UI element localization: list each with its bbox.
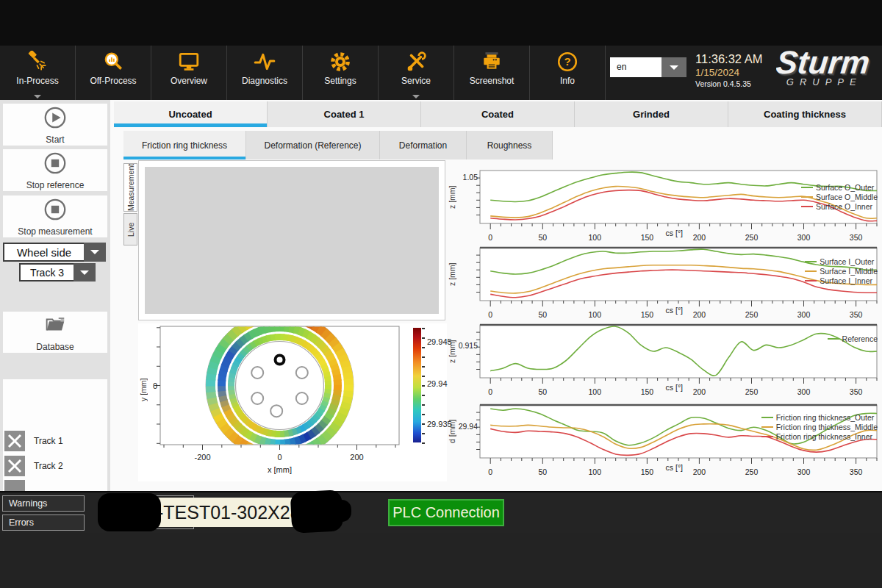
button-label: Start <box>46 135 64 145</box>
app-window: In-ProcessOff-ProcessOverviewDiagnostics… <box>0 0 882 588</box>
svg-text:300: 300 <box>797 233 811 242</box>
x-checkbox-icon[interactable] <box>4 456 25 476</box>
gear-icon <box>329 50 352 74</box>
toolbar-item-label: In-Process <box>16 76 58 86</box>
tab-coated[interactable]: Coated <box>421 101 575 127</box>
subtab-roughness[interactable]: Roughness <box>467 131 553 159</box>
legend-item: Friction ring thickness_Outer <box>761 412 878 422</box>
svg-text:0: 0 <box>488 387 492 396</box>
chart-legend: Friction ring thickness_OuterFriction ri… <box>761 412 878 441</box>
dropdown-value[interactable]: Wheel side <box>3 243 84 262</box>
chevron-down-icon <box>670 65 678 70</box>
subtab-deformation-reference[interactable]: Deformation (Reference) <box>246 131 380 159</box>
subtab-deformation[interactable]: Deformation <box>380 131 467 159</box>
legend-item: Surface O_Inner <box>801 201 878 211</box>
language-dropdown-button[interactable] <box>662 57 686 77</box>
button-label: Stop reference <box>26 180 85 190</box>
stop-reference-button[interactable]: Stop reference <box>3 149 107 191</box>
profile-charts: z [mm]1.05050100150200250300350cs [°]Sur… <box>447 163 882 491</box>
legend-label: Surface O_Middle <box>816 193 878 201</box>
start-button[interactable]: Start <box>3 104 107 146</box>
colorbar-tick <box>422 385 425 387</box>
dropdown-track-3[interactable]: Track 3 <box>19 263 96 282</box>
legend-label: Reference <box>842 334 878 343</box>
track-checkbox-row-2[interactable]: Track 2 <box>4 456 63 476</box>
heatmap-plot: -2000200x [mm]0 <box>151 325 405 478</box>
legend-item: Surface O_Outer <box>801 182 878 192</box>
svg-text:cs [°]: cs [°] <box>666 463 684 472</box>
legend-item: Surface I_Outer <box>805 257 878 266</box>
stop-measurement-button[interactable]: Stop measurement <box>3 196 107 237</box>
dropdown-button[interactable] <box>84 243 106 262</box>
sturm-logo: Sturm GRUPPE <box>776 46 882 101</box>
svg-text:100: 100 <box>589 310 602 319</box>
chart-friction-ring-thickness: d [mm]29.94050100150200250300350cs [°]Fr… <box>447 404 882 477</box>
x-checkbox-icon[interactable] <box>4 480 25 491</box>
svg-text:200: 200 <box>350 453 363 462</box>
track-checkbox-row-1[interactable]: Track 1 <box>4 431 63 451</box>
legend-label: Surface O_Inner <box>816 202 872 211</box>
svg-text:200: 200 <box>693 310 706 319</box>
magnifier-chart-icon <box>101 50 125 74</box>
thickness-heatmap-panel: y [mm] -2000200x [mm]0 29.945 29.94 29.9… <box>138 323 447 481</box>
dropdown-value[interactable]: Track 3 <box>19 263 74 282</box>
legend-swatch <box>761 417 773 418</box>
button-label: Stop measurement <box>18 226 92 237</box>
svg-text:250: 250 <box>745 387 759 396</box>
colorbar-tick <box>422 442 425 444</box>
svg-text:0: 0 <box>488 233 492 242</box>
x-checkbox-icon[interactable] <box>4 431 25 451</box>
chart-reference: z [mm]0.915050100150200250300350cs [°]Re… <box>447 323 882 397</box>
tab-label: Uncoated <box>168 109 212 120</box>
legend-swatch <box>801 187 813 188</box>
svg-text:50: 50 <box>538 233 547 242</box>
legend-item: Surface O_Middle <box>801 192 878 201</box>
svg-text:-200: -200 <box>194 453 210 462</box>
toolbar-item-off-process[interactable]: Off-Process <box>76 46 151 101</box>
viewer-tab-live[interactable]: Live <box>123 213 137 245</box>
svg-text:cs [°]: cs [°] <box>666 229 684 237</box>
tab-label: Coated <box>481 109 514 120</box>
bottom-black-strip <box>0 533 882 588</box>
legend-swatch <box>805 270 817 272</box>
tab-coating-thickness[interactable]: Coating thickness <box>728 101 882 127</box>
subtab-friction-ring-thickness[interactable]: Friction ring thickness <box>123 131 246 159</box>
legend-item: Surface I_Inner <box>805 276 878 285</box>
colorbar-tick <box>422 433 425 434</box>
toolbar-item-info[interactable]: ?Info <box>530 46 606 101</box>
toolbar-item-label: Off-Process <box>90 76 136 86</box>
svg-text:300: 300 <box>797 467 811 476</box>
toolbar-item-settings[interactable]: Settings <box>303 46 379 101</box>
viewer-tab-measurement[interactable]: Measurement <box>123 163 137 212</box>
chevron-down-icon <box>34 95 41 98</box>
database-button[interactable]: Database <box>3 312 107 353</box>
toolbar-item-overview[interactable]: Overview <box>151 46 227 101</box>
svg-text:300: 300 <box>797 387 811 396</box>
toolbar-item-label: Service <box>401 76 431 86</box>
dropdown-button[interactable] <box>74 263 96 282</box>
legend-label: Friction ring thickness_Outer <box>776 413 875 422</box>
language-value[interactable]: en <box>610 57 662 77</box>
toolbar-item-service[interactable]: Service <box>379 46 454 101</box>
tab-grinded[interactable]: Grinded <box>575 101 728 127</box>
colorbar-label: 29.94 <box>427 379 448 388</box>
svg-text:50: 50 <box>538 387 547 396</box>
stop-icon <box>43 151 68 179</box>
track-label: Track 1 <box>34 436 63 446</box>
measurement-view-placeholder <box>145 167 439 314</box>
tab-uncoated[interactable]: Uncoated <box>114 101 268 127</box>
legend-swatch <box>801 206 813 207</box>
main-tab-bar: UncoatedCoated 1CoatedGrindedCoating thi… <box>114 101 882 127</box>
toolbar-item-diagnostics[interactable]: Diagnostics <box>227 46 303 101</box>
errors-button[interactable]: Errors <box>2 514 85 531</box>
toolbar-item-screenshot[interactable]: Screenshot <box>454 46 530 101</box>
svg-text:200: 200 <box>693 467 706 476</box>
legend-item: Friction ring thickness_Middle <box>761 422 878 431</box>
legend-swatch <box>761 436 773 437</box>
tab-coated-1[interactable]: Coated 1 <box>268 101 421 127</box>
warnings-button[interactable]: Warnings <box>2 495 85 512</box>
svg-text:200: 200 <box>693 233 706 242</box>
language-dropdown[interactable]: en <box>610 57 686 77</box>
dropdown-wheel-side[interactable]: Wheel side <box>3 243 106 262</box>
toolbar-item-in-process[interactable]: In-Process <box>0 46 76 101</box>
